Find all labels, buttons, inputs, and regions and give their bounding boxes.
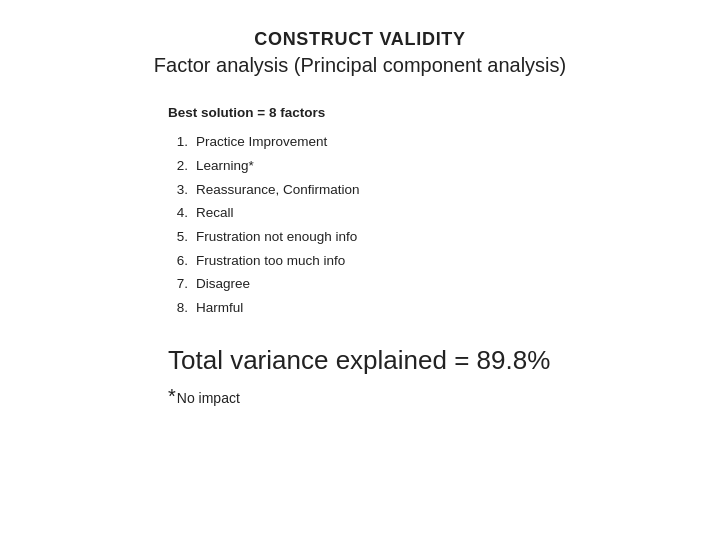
factor-item: 5.Frustration not enough info [168, 225, 672, 249]
footnote: * No impact [168, 386, 672, 406]
factor-label: Harmful [196, 296, 243, 320]
factor-num: 4. [168, 201, 188, 225]
best-solution-label: Best solution = 8 factors [168, 105, 672, 120]
factor-label: Frustration too much info [196, 249, 345, 273]
factor-item: 6.Frustration too much info [168, 249, 672, 273]
factor-label: Disagree [196, 272, 250, 296]
factor-num: 7. [168, 272, 188, 296]
factor-label: Frustration not enough info [196, 225, 357, 249]
page: CONSTRUCT VALIDITY Factor analysis (Prin… [0, 0, 720, 540]
factor-item: 3.Reassurance, Confirmation [168, 178, 672, 202]
factor-num: 8. [168, 296, 188, 320]
factor-num: 6. [168, 249, 188, 273]
footnote-text: No impact [177, 390, 240, 406]
footnote-star: * [168, 386, 176, 406]
content-area: Best solution = 8 factors 1.Practice Imp… [48, 105, 672, 516]
title-line2: Factor analysis (Principal component ana… [48, 51, 672, 79]
total-variance: Total variance explained = 89.8% [168, 345, 672, 376]
factor-num: 2. [168, 154, 188, 178]
factor-label: Practice Improvement [196, 130, 327, 154]
factor-label: Reassurance, Confirmation [196, 178, 360, 202]
factor-num: 1. [168, 130, 188, 154]
factor-item: 7.Disagree [168, 272, 672, 296]
factor-list: 1.Practice Improvement2.Learning*3.Reass… [168, 130, 672, 319]
factor-label: Learning* [196, 154, 254, 178]
factor-item: 8.Harmful [168, 296, 672, 320]
title-section: CONSTRUCT VALIDITY Factor analysis (Prin… [48, 28, 672, 79]
title-line1: CONSTRUCT VALIDITY [48, 28, 672, 51]
factor-item: 4.Recall [168, 201, 672, 225]
factor-label: Recall [196, 201, 234, 225]
factor-item: 2.Learning* [168, 154, 672, 178]
factor-num: 3. [168, 178, 188, 202]
factor-num: 5. [168, 225, 188, 249]
factor-item: 1.Practice Improvement [168, 130, 672, 154]
